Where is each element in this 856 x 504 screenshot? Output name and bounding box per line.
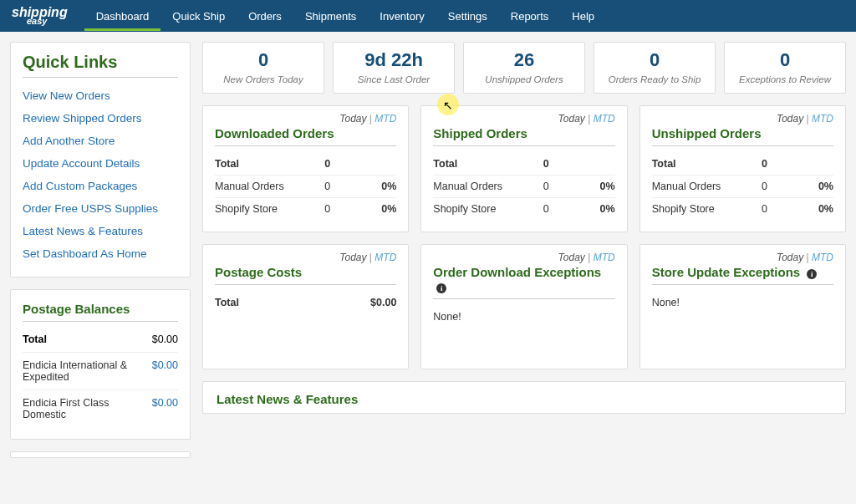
row-count: 0 bbox=[762, 203, 803, 215]
row-label: Shopify Store bbox=[215, 203, 324, 215]
period-today[interactable]: Today bbox=[339, 113, 366, 125]
nav-orders[interactable]: Orders bbox=[237, 2, 293, 31]
postage-total-value: $0.00 bbox=[152, 333, 178, 345]
row-value: $0.00 bbox=[370, 297, 396, 308]
stat-ready-to-ship[interactable]: 0 Orders Ready to Ship bbox=[594, 42, 716, 94]
nav-reports[interactable]: Reports bbox=[499, 2, 561, 31]
none-text: None! bbox=[433, 306, 614, 323]
ql-update-account[interactable]: Update Account Details bbox=[23, 152, 178, 175]
row-pct: 0% bbox=[366, 181, 396, 192]
quick-links-card: Quick Links View New Orders Review Shipp… bbox=[10, 42, 191, 277]
nav-help[interactable]: Help bbox=[560, 2, 606, 31]
ql-news-features[interactable]: Latest News & Features bbox=[23, 220, 178, 242]
period-sep: | bbox=[369, 113, 372, 125]
nav-settings[interactable]: Settings bbox=[436, 2, 499, 31]
widget-shipped-orders: Today | MTD Shipped Orders Total 0 Manua… bbox=[420, 105, 627, 232]
news-card: Latest News & Features bbox=[202, 381, 846, 414]
ql-add-store[interactable]: Add Another Store bbox=[23, 130, 178, 152]
period-sep: | bbox=[807, 113, 809, 125]
widget-row-a: Today | MTD Downloaded Orders Total 0 Ma… bbox=[202, 105, 846, 232]
stat-value: 0 bbox=[728, 49, 842, 71]
widget-title-text: Order Download Exceptions bbox=[433, 265, 601, 279]
row-count: 0 bbox=[543, 158, 585, 170]
ql-set-dashboard-home[interactable]: Set Dashboard As Home bbox=[23, 242, 178, 265]
nav-dashboard[interactable]: Dashboard bbox=[84, 2, 161, 31]
period-today[interactable]: Today bbox=[777, 113, 803, 125]
period-today[interactable]: Today bbox=[558, 113, 585, 125]
period-mtd[interactable]: MTD bbox=[374, 252, 396, 263]
stat-since-last-order[interactable]: 9d 22h Since Last Order bbox=[333, 42, 455, 94]
period-mtd[interactable]: MTD bbox=[594, 252, 615, 263]
postage-balances-card: Postage Balances Total $0.00 Endicia Int… bbox=[10, 289, 191, 440]
period-mtd[interactable]: MTD bbox=[812, 252, 833, 263]
row-count: 0 bbox=[762, 158, 803, 170]
period-today[interactable]: Today bbox=[339, 252, 366, 263]
stat-label: Since Last Order bbox=[337, 74, 451, 84]
period-sep: | bbox=[588, 113, 590, 125]
row-label: Manual Orders bbox=[433, 181, 543, 192]
stat-value: 26 bbox=[467, 49, 581, 71]
info-icon[interactable]: i bbox=[436, 283, 446, 293]
period-today[interactable]: Today bbox=[558, 252, 585, 263]
widget-title: Store Update Exceptions i bbox=[652, 265, 833, 285]
info-icon[interactable]: i bbox=[807, 269, 817, 279]
period-mtd[interactable]: MTD bbox=[594, 113, 615, 125]
row-pct: 0% bbox=[585, 181, 615, 192]
stat-label: Exceptions to Review bbox=[728, 74, 842, 84]
row-label: Total bbox=[215, 297, 370, 308]
sidebar-extra-card bbox=[10, 451, 191, 458]
postage-total-label: Total bbox=[23, 333, 47, 345]
row-pct: 0% bbox=[585, 203, 615, 215]
widget-row-b: Today | MTD Postage Costs Total $0.00 To… bbox=[202, 244, 846, 369]
ql-review-shipped[interactable]: Review Shipped Orders bbox=[23, 107, 178, 130]
period-sep: | bbox=[588, 252, 590, 263]
stat-unshipped[interactable]: 26 Unshipped Orders bbox=[463, 42, 585, 94]
row-count: 0 bbox=[543, 181, 585, 192]
nav-quick-ship[interactable]: Quick Ship bbox=[160, 2, 237, 31]
row-count: 0 bbox=[324, 158, 366, 170]
widget-unshipped-orders: Today | MTD Unshipped Orders Total 0 Man… bbox=[639, 105, 846, 232]
row-label: Manual Orders bbox=[215, 181, 324, 192]
stat-label: Orders Ready to Ship bbox=[598, 74, 711, 84]
widget-download-exceptions: Today | MTD Order Download Exceptions i … bbox=[420, 244, 627, 369]
stat-value: 0 bbox=[206, 49, 320, 71]
top-nav: shipping easy Dashboard Quick Ship Order… bbox=[0, 0, 856, 32]
period-mtd[interactable]: MTD bbox=[812, 113, 833, 125]
row-pct: 0% bbox=[803, 181, 833, 192]
row-label: Shopify Store bbox=[652, 203, 762, 215]
ql-add-packages[interactable]: Add Custom Packages bbox=[23, 175, 178, 197]
row-label: Total bbox=[433, 158, 543, 170]
postage-row: Endicia International & Expedited $0.00 bbox=[23, 353, 178, 390]
nav-inventory[interactable]: Inventory bbox=[368, 2, 436, 31]
stat-value: 0 bbox=[598, 49, 711, 71]
widget-title: Order Download Exceptions i bbox=[433, 265, 614, 299]
period-sep: | bbox=[369, 252, 372, 263]
row-count: 0 bbox=[324, 181, 366, 192]
widget-title: Postage Costs bbox=[215, 265, 396, 285]
stat-exceptions[interactable]: 0 Exceptions to Review bbox=[724, 42, 846, 94]
widget-postage-costs: Today | MTD Postage Costs Total $0.00 bbox=[202, 244, 409, 369]
nav-shipments[interactable]: Shipments bbox=[293, 2, 368, 31]
row-count: 0 bbox=[324, 203, 366, 215]
period-today[interactable]: Today bbox=[777, 252, 803, 263]
widget-downloaded-orders: Today | MTD Downloaded Orders Total 0 Ma… bbox=[202, 105, 409, 232]
quick-links-title: Quick Links bbox=[23, 53, 178, 78]
stat-new-orders[interactable]: 0 New Orders Today bbox=[202, 42, 324, 94]
row-pct: 0% bbox=[803, 203, 833, 215]
postage-row-value[interactable]: $0.00 bbox=[152, 359, 178, 383]
period-mtd[interactable]: MTD bbox=[374, 113, 396, 125]
stat-label: New Orders Today bbox=[206, 74, 320, 84]
logo[interactable]: shipping easy bbox=[12, 6, 68, 26]
postage-total-row: Total $0.00 bbox=[23, 327, 178, 353]
ql-view-new-orders[interactable]: View New Orders bbox=[23, 84, 178, 107]
row-label: Total bbox=[652, 158, 762, 170]
period-sep: | bbox=[807, 252, 809, 263]
postage-row-value[interactable]: $0.00 bbox=[152, 397, 178, 420]
widget-title: Unshipped Orders bbox=[652, 126, 833, 146]
row-count: 0 bbox=[543, 203, 585, 215]
postage-row: Endicia First Class Domestic $0.00 bbox=[23, 390, 178, 427]
stat-value: 9d 22h bbox=[337, 49, 451, 71]
ql-usps-supplies[interactable]: Order Free USPS Supplies bbox=[23, 197, 178, 220]
row-count: 0 bbox=[762, 181, 803, 192]
postage-balances-title: Postage Balances bbox=[23, 302, 178, 322]
